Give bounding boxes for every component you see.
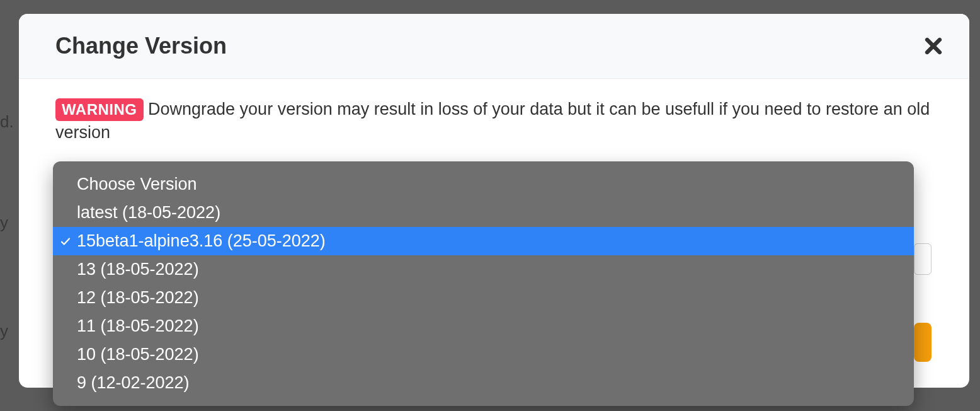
dropdown-option-latest[interactable]: latest (18-05-2022)	[53, 199, 914, 227]
action-button-stub[interactable]	[914, 323, 932, 362]
version-dropdown[interactable]: Choose Version latest (18-05-2022) 15bet…	[53, 161, 914, 406]
modal-title: Change Version	[55, 33, 227, 59]
dropdown-option-13[interactable]: 13 (18-05-2022)	[53, 255, 914, 284]
modal-header: Change Version	[19, 14, 969, 79]
close-icon[interactable]	[923, 35, 944, 57]
warning-message: WARNING Downgrade your version may resul…	[55, 98, 933, 144]
dropdown-header: Choose Version	[53, 170, 914, 199]
dropdown-option-15beta1[interactable]: 15beta1-alpine3.16 (25-05-2022)	[53, 227, 914, 255]
dropdown-option-11[interactable]: 11 (18-05-2022)	[53, 312, 914, 340]
version-select-stub[interactable]	[914, 243, 932, 275]
dropdown-option-label: 15beta1-alpine3.16 (25-05-2022)	[77, 231, 326, 251]
warning-text: Downgrade your version may result in los…	[55, 100, 930, 142]
dropdown-option-12[interactable]: 12 (18-05-2022)	[53, 284, 914, 312]
check-icon	[59, 235, 72, 248]
modal-overlay: Change Version WARNING Downgrade your ve…	[0, 0, 980, 411]
dropdown-option-label: 12 (18-05-2022)	[77, 288, 199, 308]
dropdown-header-label: Choose Version	[77, 175, 197, 194]
dropdown-option-label: 9 (12-02-2022)	[77, 373, 190, 393]
dropdown-option-10[interactable]: 10 (18-05-2022)	[53, 340, 914, 369]
dropdown-option-label: 10 (18-05-2022)	[77, 345, 199, 364]
warning-badge: WARNING	[55, 98, 144, 121]
dropdown-option-9[interactable]: 9 (12-02-2022)	[53, 369, 914, 397]
dropdown-option-label: 13 (18-05-2022)	[77, 260, 199, 279]
dropdown-option-label: 11 (18-05-2022)	[77, 316, 199, 336]
modal-body: WARNING Downgrade your version may resul…	[19, 79, 969, 144]
dropdown-option-label: latest (18-05-2022)	[77, 203, 220, 223]
